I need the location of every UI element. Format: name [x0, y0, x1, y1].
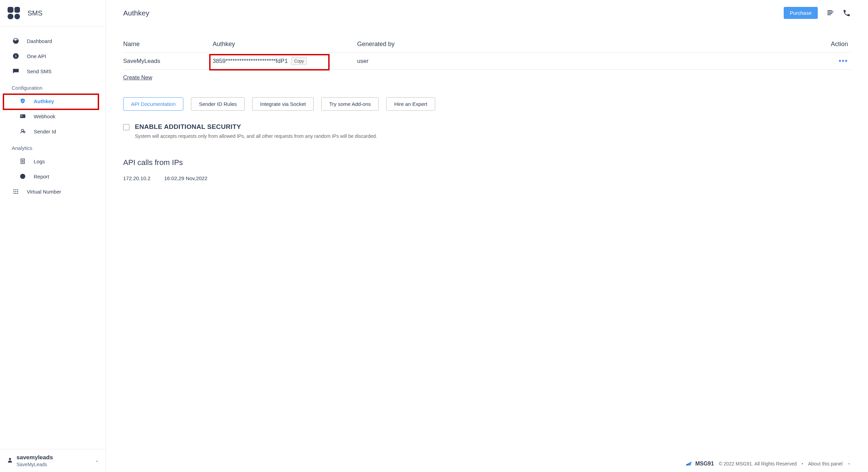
- purchase-button[interactable]: Purchase: [784, 7, 818, 19]
- svg-point-18: [15, 193, 17, 194]
- brand-logo-icon: [684, 460, 693, 467]
- sidebar: SMS Dashboard 1 One API Send SMS: [0, 0, 106, 472]
- try-addons-button[interactable]: Try some Add-ons: [321, 97, 379, 111]
- table-row: SaveMyLeads 3859**********************fd…: [123, 53, 851, 70]
- th-action: Action: [457, 41, 851, 48]
- create-new-link[interactable]: Create New: [123, 75, 152, 81]
- sender-id-icon: [19, 128, 26, 135]
- svg-point-6: [23, 131, 25, 133]
- svg-point-20: [9, 458, 11, 460]
- report-icon: [19, 173, 26, 180]
- sidebar-item-label: Dashboard: [27, 38, 52, 44]
- svg-point-5: [21, 129, 23, 131]
- sidebar-item-label: Webhook: [34, 113, 55, 119]
- th-authkey: Authkey: [213, 41, 357, 48]
- sidebar-item-report[interactable]: Report: [0, 169, 106, 184]
- svg-text:1: 1: [15, 54, 17, 58]
- footer: MSG91 © 2022 MSG91. All Rights Reserved …: [106, 455, 868, 472]
- sender-id-rules-button[interactable]: Sender ID Rules: [191, 97, 245, 111]
- svg-rect-3: [21, 115, 22, 116]
- security-title: ENABLE ADDITIONAL SECURITY: [135, 123, 377, 131]
- logs-icon: [19, 158, 26, 165]
- hire-expert-button[interactable]: Hire an Expert: [386, 97, 435, 111]
- svg-rect-4: [21, 116, 23, 116]
- nav-heading-configuration: Configuration: [0, 79, 106, 94]
- authkey-table: Name Authkey Generated by Action SaveMyL…: [123, 36, 851, 70]
- app-title: SMS: [28, 9, 42, 17]
- svg-point-16: [17, 191, 18, 192]
- sidebar-item-one-api[interactable]: 1 One API: [0, 48, 106, 64]
- security-description: System will accepts requests only from a…: [135, 133, 377, 139]
- header: Authkey Purchase: [106, 0, 868, 26]
- send-sms-icon: [12, 68, 19, 75]
- cell-generated-by: user: [357, 58, 457, 65]
- api-documentation-button[interactable]: API Documentation: [123, 97, 183, 111]
- th-generated-by: Generated by: [357, 41, 457, 48]
- user-sub: SaveMyLeads: [17, 462, 53, 467]
- sidebar-item-label: One API: [27, 53, 46, 59]
- dashboard-icon: [12, 37, 19, 44]
- webhook-icon: [19, 113, 26, 120]
- integrate-socket-button[interactable]: Integrate via Socket: [252, 97, 314, 111]
- main-content: Authkey Purchase Name Authkey Generated …: [106, 0, 868, 472]
- th-name: Name: [123, 41, 213, 48]
- ip-address: 172.20.10.2: [123, 175, 150, 181]
- footer-brand: MSG91: [684, 460, 714, 467]
- svg-point-11: [13, 189, 14, 190]
- enable-security-checkbox[interactable]: [123, 124, 129, 130]
- app-logo-icon: [8, 7, 20, 19]
- phone-icon[interactable]: [843, 9, 851, 17]
- svg-point-19: [17, 193, 18, 194]
- cell-name: SaveMyLeads: [123, 58, 213, 65]
- api-calls-heading: API calls from IPs: [123, 158, 851, 167]
- svg-point-12: [15, 189, 17, 190]
- user-name: savemyleads: [17, 454, 53, 461]
- sidebar-item-label: Report: [34, 174, 49, 179]
- cell-authkey: 3859**********************fdP1: [213, 58, 288, 65]
- one-api-icon: 1: [12, 53, 19, 59]
- sidebar-item-authkey[interactable]: Authkey: [0, 94, 106, 109]
- sidebar-header: SMS: [0, 0, 106, 26]
- footer-about-link[interactable]: About this panel: [808, 461, 843, 466]
- sidebar-item-label: Sender Id: [34, 129, 56, 134]
- row-actions-menu[interactable]: •••: [839, 57, 848, 65]
- ip-time: 16:02,29 Nov,2022: [164, 175, 207, 181]
- authkey-icon: [19, 98, 26, 105]
- svg-point-13: [17, 189, 18, 190]
- sidebar-item-webhook[interactable]: Webhook: [0, 109, 106, 124]
- caret-down-icon: ▼: [847, 462, 851, 466]
- sidebar-user-panel[interactable]: savemyleads SaveMyLeads ▲: [0, 449, 106, 472]
- nav-heading-analytics: Analytics: [0, 139, 106, 154]
- caret-up-icon: ▲: [95, 459, 99, 463]
- svg-point-17: [13, 193, 14, 194]
- sidebar-item-virtual-number[interactable]: Virtual Number: [0, 184, 106, 199]
- sidebar-item-sender-id[interactable]: Sender Id: [0, 124, 106, 139]
- table-header: Name Authkey Generated by Action: [123, 36, 851, 53]
- svg-point-15: [15, 191, 17, 192]
- notes-icon[interactable]: [826, 9, 834, 17]
- ip-log-row: 172.20.10.2 16:02,29 Nov,2022: [123, 175, 851, 181]
- sidebar-item-label: Send SMS: [27, 68, 52, 74]
- sidebar-item-label: Authkey: [34, 98, 54, 104]
- sidebar-item-send-sms[interactable]: Send SMS: [0, 64, 106, 79]
- user-icon: [7, 457, 13, 465]
- virtual-number-icon: [12, 188, 19, 195]
- svg-point-14: [13, 191, 14, 192]
- copy-button[interactable]: Copy: [291, 57, 307, 65]
- footer-copyright: © 2022 MSG91. All Rights Reserved: [719, 461, 797, 466]
- sidebar-item-label: Logs: [34, 158, 45, 164]
- page-title: Authkey: [123, 9, 149, 17]
- sidebar-item-label: Virtual Number: [27, 189, 61, 195]
- sidebar-item-dashboard[interactable]: Dashboard: [0, 33, 106, 48]
- sidebar-item-logs[interactable]: Logs: [0, 154, 106, 169]
